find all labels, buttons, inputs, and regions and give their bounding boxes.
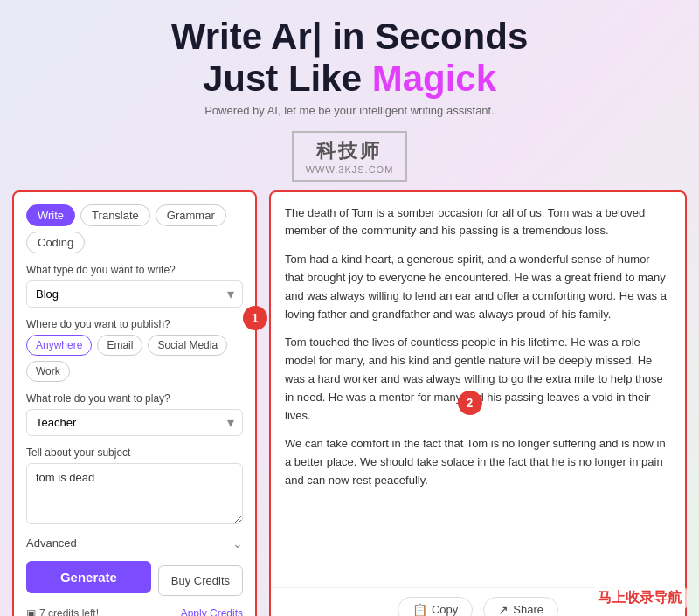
apply-credits-link[interactable]: Apply Credits (181, 607, 243, 616)
type-select-wrap: Blog Article Essay Email Story (26, 280, 243, 308)
right-panel: The death of Tom is a somber occasion fo… (269, 190, 687, 616)
type-label: What type do you want to write? (26, 264, 243, 276)
advanced-label: Advanced (26, 536, 77, 550)
credits-icon: ▣ (26, 607, 36, 616)
share-button[interactable]: ↗ Share (483, 597, 558, 616)
role-select[interactable]: Teacher Student Expert Friend (26, 409, 243, 436)
tab-write[interactable]: Write (26, 204, 75, 226)
watermark-url: WWW.3KJS.COM (306, 164, 394, 175)
output-para-1: The death of Tom is a somber occasion fo… (285, 204, 671, 241)
publish-label: Where do you want to publish? (26, 318, 243, 330)
copy-icon: 📋 (412, 603, 427, 616)
share-icon: ↗ (498, 603, 509, 616)
buy-credits-button[interactable]: Buy Credits (158, 565, 243, 596)
action-buttons: Generate Buy Credits (26, 561, 243, 600)
pub-work[interactable]: Work (26, 361, 70, 382)
advanced-row[interactable]: Advanced ⌄ (26, 536, 243, 550)
watermark: 科技师 WWW.3KJS.COM (0, 131, 699, 182)
subtitle: Powered by AI, let me be your intelligen… (17, 104, 682, 117)
output-text-area: The death of Tom is a somber occasion fo… (271, 192, 685, 587)
watermark-title: 科技师 (306, 138, 394, 164)
role-select-wrap: Teacher Student Expert Friend (26, 409, 243, 436)
tab-bar: Write Translate Grammar Coding (26, 204, 243, 253)
subject-label: Tell about your subject (26, 446, 243, 459)
subject-textarea[interactable]: tom is dead (26, 463, 243, 524)
pub-anywhere[interactable]: Anywhere (26, 335, 92, 356)
pub-social[interactable]: Social Media (148, 335, 227, 356)
watermark-box: 科技师 WWW.3KJS.COM (292, 131, 408, 182)
bottom-watermark: 马上收录导航 (592, 587, 687, 609)
left-panel: Write Translate Grammar Coding What type… (12, 190, 257, 616)
output-para-2: Tom had a kind heart, a generous spirit,… (285, 251, 671, 323)
copy-button[interactable]: 📋 Copy (398, 597, 473, 616)
step-badge-1: 1 (243, 306, 267, 330)
pub-email[interactable]: Email (97, 335, 142, 356)
headline: Write Ar| in Seconds Just Like Magick (17, 16, 682, 100)
main-content: Write Translate Grammar Coding What type… (0, 190, 699, 616)
chevron-down-icon: ⌄ (232, 536, 243, 550)
output-para-4: We can take comfort in the fact that Tom… (285, 435, 671, 489)
bottom-row: ▣ 7 credits left! Apply Credits (26, 607, 243, 616)
publish-options: Anywhere Email Social Media Work (26, 335, 243, 382)
tab-coding[interactable]: Coding (26, 232, 85, 253)
generate-button[interactable]: Generate (26, 561, 151, 593)
step-badge-2: 2 (458, 391, 482, 415)
credits-left: ▣ 7 credits left! (26, 607, 99, 616)
tab-grammar[interactable]: Grammar (156, 204, 226, 226)
tab-translate[interactable]: Translate (80, 204, 150, 226)
role-label: What role do you want to play? (26, 392, 243, 405)
type-select[interactable]: Blog Article Essay Email Story (26, 280, 243, 308)
header: Write Ar| in Seconds Just Like Magick Po… (0, 0, 699, 126)
